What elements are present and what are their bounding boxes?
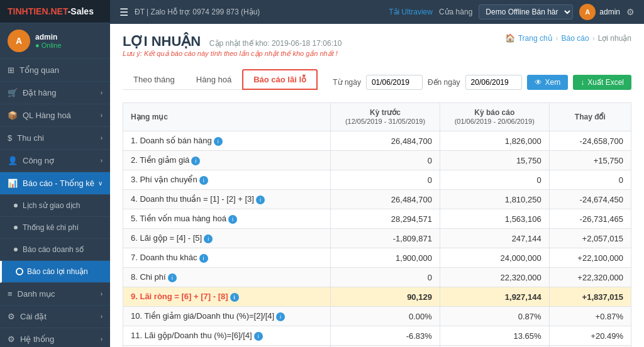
table-row-label: 7. Doanh thu kháci [123,248,331,268]
sidebar-item-tong-quan[interactable]: ⊞Tổng quan [0,59,110,82]
sidebar-item-lich-su-gd[interactable]: Lịch sử giao dịch [0,195,110,217]
sidebar-item-thu-chi[interactable]: $Thu chi › [0,127,110,150]
topnav-info: ĐT | Zalo Hỗ trợ: 0974 299 873 (Hậu) [135,8,260,16]
table-row-prev: -6.83% [331,326,440,346]
export-button[interactable]: ↓ Xuất Excel [573,75,631,90]
tab-theo-thang[interactable]: Theo tháng [123,70,186,89]
sidebar: TINHTIEN.NET-Sales A admin ● Online ⊞Tổn… [0,0,110,347]
table-row-label: 9. Lãi ròng = [6] + [7] - [8]i [123,287,331,307]
store-label: Cửa hàng [439,8,472,16]
info-icon[interactable]: i [204,234,213,243]
table-row-label: 10. Tiền giảm giá/Doanh thu (%)=[2]/[4]i [123,307,331,326]
table-row-prev: 28,294,571 [331,209,440,229]
sidebar-item-bao-cao-ds[interactable]: Báo cáo doanh số [0,239,110,261]
table-row-change: +22,100,000 [549,248,631,268]
from-date-input[interactable] [366,75,423,90]
breadcrumb: 🏠 Trang chủ › Báo cáo › Lợi nhuận [505,33,631,43]
table-row-label: 1. Doanh số bán hàngi [123,131,331,151]
col-hang-muc: Hạng mục [123,103,331,131]
col-ky-bao-cao: Kỳ báo cáo(01/06/2019 - 20/06/2019) [440,103,549,131]
tabs: Theo tháng Hàng hoá Báo cáo lãi lỗ [123,69,318,90]
table-row-prev: -1,809,871 [331,229,440,248]
info-icon[interactable]: i [254,332,263,341]
info-icon[interactable]: i [256,196,265,204]
user-status: ● Online [35,41,62,49]
table-row-label: 11. Lãi gộp/Doanh thu (%)=[6]/[4]i [123,326,331,346]
sidebar-item-cong-no[interactable]: 👤Công nợ › [0,150,110,172]
info-icon[interactable]: i [276,312,285,321]
content-area: LỢI NHUẬN Cập nhật thế kho: 2019-06-18 1… [110,24,644,347]
avatar: A [8,30,30,52]
table-row-label: 8. Chi phíi [123,268,331,287]
page-header: LỢI NHUẬN Cập nhật thế kho: 2019-06-18 1… [123,33,631,58]
table-row-change: +22,320,000 [549,268,631,287]
table-row-curr: 0 [440,170,549,190]
table-row-change: +15,750 [549,151,631,170]
sidebar-user: A admin ● Online [0,23,110,59]
logo-text: TINHTIEN.NET [8,6,68,16]
breadcrumb-bao-cao[interactable]: Báo cáo [562,34,589,43]
store-select[interactable]: Demo Offline Bán hàr [479,4,573,19]
table-row-label: 2. Tiền giảm giái [123,151,331,170]
settings-icon[interactable]: ⚙ [626,7,635,17]
info-icon[interactable]: i [214,137,223,146]
report-table: Hạng mục Kỳ trước(12/05/2019 - 31/05/201… [123,102,631,347]
table-row-curr: 1,563,106 [440,209,549,229]
table-row-change: +1,837,015 [549,287,631,307]
table-row-curr: 0.87% [440,307,549,326]
tab-hang-hoa[interactable]: Hàng hoá [186,70,242,89]
table-row-curr: 1,810,250 [440,190,549,209]
info-icon[interactable]: i [168,273,177,282]
topnav-avatar: A [579,4,596,20]
tab-bao-cao-lai-lo[interactable]: Báo cáo lãi lỗ [242,69,318,90]
table-row-curr: 1,927,144 [440,287,549,307]
breadcrumb-home[interactable]: Trang chủ [518,34,553,43]
table-row-curr: 247,144 [440,229,549,248]
col-thay-doi: Thay đổi [549,103,631,131]
table-row-change: +0.87% [549,307,631,326]
sidebar-item-bao-cao[interactable]: 📊Báo cáo - Thống kê ∨ [0,172,110,195]
table-row-prev: 26,484,700 [331,131,440,151]
sidebar-item-danh-muc[interactable]: ≡Danh mục › [0,283,110,306]
main-content: ☰ ĐT | Zalo Hỗ trợ: 0974 299 873 (Hậu) T… [110,0,644,347]
topnav: ☰ ĐT | Zalo Hỗ trợ: 0974 299 873 (Hậu) T… [110,0,644,24]
info-icon[interactable]: i [199,254,208,263]
info-icon[interactable]: i [230,293,239,302]
table-row-change: -24,674,450 [549,190,631,209]
table-row-prev: 1,900,000 [331,248,440,268]
table-row-curr: 15,750 [440,151,549,170]
sidebar-item-thong-ke-cp[interactable]: Thống kê chi phí [0,217,110,239]
info-icon[interactable]: i [191,157,200,165]
sidebar-item-he-thong[interactable]: ⚙Hệ thống › [0,328,110,347]
topnav-user: A admin [579,4,620,20]
logo: TINHTIEN.NET-Sales [0,0,110,23]
page-title: LỢI NHUẬN [123,33,201,50]
to-date-input[interactable] [465,75,522,90]
sidebar-menu: ⊞Tổng quan 🛒Đặt hàng › 📦QL Hàng hoá › $T… [0,59,110,347]
to-label: Đến ngày [428,78,460,87]
view-button[interactable]: 👁 Xem [527,75,569,90]
logo-suffix: -Sales [68,6,94,16]
table-row-curr: 24,000,000 [440,248,549,268]
breadcrumb-current: Lợi nhuận [598,34,631,43]
table-row-prev: 0.00% [331,307,440,326]
table-row-change: +2,057,015 [549,229,631,248]
table-row-prev: 26,484,700 [331,190,440,209]
table-row-prev: 0 [331,268,440,287]
table-row-curr: 13.65% [440,326,549,346]
ultraview-link[interactable]: Tải Ultraview [389,8,433,16]
table-row-curr: 22,320,000 [440,268,549,287]
col-ky-truoc: Kỳ trước(12/05/2019 - 31/05/2019) [331,103,440,131]
sidebar-item-cai-dat[interactable]: ⚙Cài đặt › [0,306,110,328]
sidebar-item-ql-hang-hoa[interactable]: 📦QL Hàng hoá › [0,104,110,127]
table-row-label: 4. Doanh thu thuần = [1] - [2] + [3]i [123,190,331,209]
info-icon[interactable]: i [228,215,237,224]
table-row-label: 5. Tiền vốn mua hàng hoái [123,209,331,229]
hamburger-icon[interactable]: ☰ [119,6,128,18]
eye-icon: 👁 [535,78,542,87]
info-icon[interactable]: i [199,176,208,185]
table-row-label: 6. Lãi gộp = [4] - [5]i [123,229,331,248]
sidebar-item-bao-cao-ln[interactable]: Báo cáo lợi nhuận [0,261,110,283]
sidebar-item-dat-hang[interactable]: 🛒Đặt hàng › [0,82,110,104]
table-row-prev: 0 [331,170,440,190]
